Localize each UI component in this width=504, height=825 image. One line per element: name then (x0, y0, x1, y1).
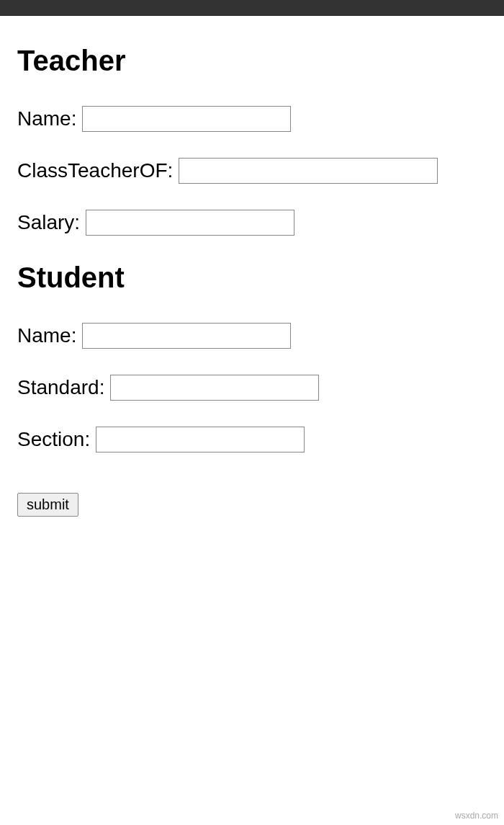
page-content: Teacher Name: ClassTeacherOF: Salary: St… (0, 16, 504, 531)
teacher-class-label: ClassTeacherOF: (17, 159, 173, 182)
student-section-label: Section: (17, 428, 90, 451)
student-standard-row: Standard: (17, 375, 487, 401)
student-standard-label: Standard: (17, 376, 104, 399)
teacher-name-label: Name: (17, 107, 76, 130)
student-section-input[interactable] (96, 427, 305, 452)
student-heading: Student (17, 262, 487, 294)
student-section-row: Section: (17, 427, 487, 452)
teacher-class-row: ClassTeacherOF: (17, 158, 487, 184)
teacher-class-input[interactable] (179, 158, 438, 184)
student-name-label: Name: (17, 324, 76, 347)
student-name-row: Name: (17, 323, 487, 349)
teacher-name-row: Name: (17, 106, 487, 132)
teacher-heading: Teacher (17, 45, 487, 77)
submit-button[interactable]: submit (17, 493, 78, 517)
student-name-input[interactable] (82, 323, 291, 349)
teacher-salary-row: Salary: (17, 210, 487, 236)
student-standard-input[interactable] (110, 375, 319, 401)
teacher-salary-label: Salary: (17, 211, 80, 234)
teacher-salary-input[interactable] (86, 210, 294, 236)
teacher-name-input[interactable] (82, 106, 291, 132)
top-bar (0, 0, 504, 16)
